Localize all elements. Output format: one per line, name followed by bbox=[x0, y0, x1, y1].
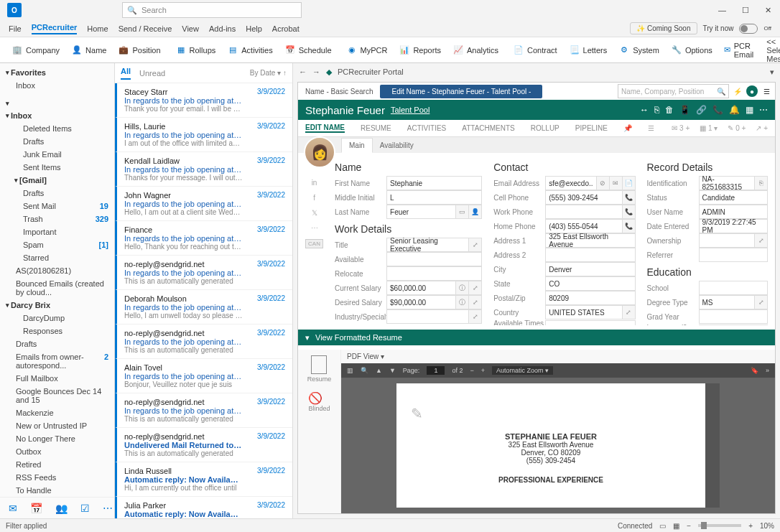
resume-side-resume[interactable]: Resume bbox=[307, 355, 332, 383]
expand-icon[interactable]: ⤢ bbox=[469, 281, 482, 295]
action-icon[interactable]: ↗ + bbox=[756, 124, 768, 132]
gmail-header[interactable]: ▾[Gmail] bbox=[1, 174, 113, 187]
count-2[interactable]: ▦ 1 ▾ bbox=[700, 124, 718, 132]
facebook-icon[interactable]: f bbox=[313, 194, 315, 202]
tasks-icon[interactable]: ☑ bbox=[80, 503, 90, 514]
resume-bar[interactable]: ▾View Formatted Resume bbox=[298, 330, 775, 345]
zoom-in[interactable]: + bbox=[748, 522, 753, 530]
addr1-input[interactable]: 325 East Ellsworth Avenue bbox=[545, 233, 635, 248]
expand-icon[interactable]: ⤢ bbox=[469, 238, 482, 252]
ribbon-activities[interactable]: ▤Activities bbox=[221, 37, 278, 62]
zoom-out[interactable]: − bbox=[687, 522, 691, 530]
phone-icon[interactable]: 📞 bbox=[623, 205, 636, 219]
last-name-input[interactable]: Feuer bbox=[386, 205, 456, 219]
grad-year-input[interactable] bbox=[699, 309, 769, 324]
zoom-out-icon[interactable]: − bbox=[470, 367, 473, 374]
delete-icon[interactable]: 🗑 bbox=[665, 105, 674, 115]
language-input[interactable] bbox=[699, 325, 769, 325]
tab-resume[interactable]: RESUME bbox=[361, 124, 391, 132]
ribbon-mypcr[interactable]: ◉MyPCR bbox=[340, 37, 394, 62]
ribbon-name[interactable]: 👤Name bbox=[65, 37, 112, 62]
menu-file[interactable]: File bbox=[9, 24, 22, 33]
nav-item[interactable]: Drafts bbox=[1, 187, 113, 200]
nav-item[interactable]: Emails from owner-autorespond...2 bbox=[1, 350, 113, 372]
tab-attachments[interactable]: ATTACHMENTS bbox=[462, 124, 515, 132]
nav-item[interactable]: Google Bounces Dec 14 and 15 bbox=[1, 385, 113, 406]
collapse-chevron[interactable]: ▾ bbox=[1, 98, 113, 109]
pdf-bookmark-icon[interactable]: 🔖 bbox=[751, 367, 758, 374]
nav-item[interactable]: Retired bbox=[1, 458, 113, 471]
nav-responses[interactable]: Responses bbox=[1, 325, 113, 337]
message-item[interactable]: 3/9/2022 John Wagner In regards to the j… bbox=[115, 187, 292, 221]
ribbon-position[interactable]: 💼Position bbox=[112, 37, 166, 62]
menu-home[interactable]: Home bbox=[87, 24, 108, 33]
count-1[interactable]: ✉ 3 + bbox=[672, 124, 690, 132]
ribbon-company[interactable]: 🏢Company bbox=[6, 37, 65, 62]
pdf-sidebar-icon[interactable]: ▥ bbox=[347, 367, 353, 374]
ribbon-rollups[interactable]: ▦Rollups bbox=[170, 37, 222, 62]
pcr-menu-icon[interactable]: ☰ bbox=[761, 85, 772, 97]
ban-icon[interactable]: ⊘ bbox=[597, 176, 610, 190]
menu-addins[interactable]: Add-ins bbox=[209, 24, 236, 33]
page-current[interactable]: 1 bbox=[427, 366, 445, 375]
nav-deleted[interactable]: Deleted Items bbox=[1, 122, 113, 135]
tab-edit-name[interactable]: EDIT NAME bbox=[305, 123, 345, 133]
avatar-icon[interactable]: ● bbox=[746, 85, 758, 97]
ribbon-reports[interactable]: 📊Reports bbox=[393, 37, 447, 62]
expand-icon[interactable]: ⤢ bbox=[469, 295, 482, 309]
ribbon-pcremail[interactable]: ✉PCR Email bbox=[718, 37, 764, 62]
tab-all[interactable]: All bbox=[121, 67, 131, 80]
expand-icon[interactable]: ⤢ bbox=[755, 295, 768, 309]
nav-darcydump[interactable]: DarcyDump bbox=[1, 312, 113, 325]
menu-acrobat[interactable]: Acrobat bbox=[272, 24, 300, 33]
ribbon-letters[interactable]: 📃Letters bbox=[563, 37, 613, 62]
middle-initial-input[interactable]: L bbox=[386, 190, 482, 205]
subtab-availability[interactable]: Availability bbox=[373, 139, 421, 152]
pdf-more-icon[interactable]: » bbox=[766, 367, 769, 374]
phone-icon[interactable]: 📞 bbox=[623, 190, 636, 205]
info-icon[interactable]: ⓘ bbox=[456, 281, 469, 295]
dropdown-icon[interactable]: ▾ bbox=[770, 67, 774, 77]
zoom-dropdown[interactable]: Automatic Zoom ▾ bbox=[492, 366, 553, 375]
city-input[interactable]: Denver bbox=[545, 262, 635, 276]
message-item[interactable]: 3/9/2022 Linda Russell Automatic reply: … bbox=[115, 462, 292, 497]
menu-help[interactable]: Help bbox=[246, 24, 262, 33]
nav-item[interactable]: Drafts bbox=[1, 337, 113, 350]
zip-input[interactable]: 80209 bbox=[545, 291, 635, 305]
calendar-icon[interactable]: 📅 bbox=[30, 503, 42, 514]
message-item[interactable]: 3/9/2022 Stacey Starr In regards to the … bbox=[115, 83, 292, 118]
nav-item[interactable]: RSS Feeds bbox=[1, 471, 113, 484]
copy-icon[interactable]: ⎘ bbox=[654, 105, 659, 115]
nav-item[interactable]: To Handle bbox=[1, 484, 113, 497]
nav-item[interactable]: Starred bbox=[1, 251, 113, 264]
avail-times-input[interactable] bbox=[545, 320, 635, 325]
menu-send-receive[interactable]: Send / Receive bbox=[119, 24, 172, 33]
linkedin-icon[interactable]: in bbox=[312, 179, 317, 187]
mail-icon[interactable]: ✉ bbox=[610, 176, 623, 190]
username-input[interactable]: ADMIN bbox=[699, 205, 769, 219]
nav-item[interactable]: Trash329 bbox=[1, 213, 113, 225]
expand-icon[interactable]: ⤢ bbox=[469, 309, 482, 324]
expand-icon[interactable]: ⤢ bbox=[623, 305, 636, 319]
home-phone-input[interactable]: (403) 555-0544 bbox=[545, 219, 622, 233]
current-salary-input[interactable]: $60,000.00 bbox=[386, 281, 456, 295]
nav-item[interactable]: Full Mailbox bbox=[1, 372, 113, 385]
country-input[interactable]: UNITED STATES bbox=[545, 305, 622, 319]
twitter-icon[interactable]: 𝕏 bbox=[312, 209, 317, 217]
resume-side-blinded[interactable]: 🚫Blinded bbox=[308, 391, 330, 412]
referrer-input[interactable] bbox=[699, 248, 769, 262]
expand-icon[interactable]: ↔ bbox=[640, 105, 649, 115]
tab-rollup[interactable]: ROLLUP bbox=[531, 124, 560, 132]
nav-item[interactable]: Important bbox=[1, 225, 113, 238]
expand-icon[interactable]: ⤢ bbox=[755, 233, 768, 248]
message-item[interactable]: 3/9/2022 no-reply@sendgrid.net In regard… bbox=[115, 393, 292, 428]
nav-item[interactable]: Spam[1] bbox=[1, 238, 113, 251]
available-input[interactable] bbox=[386, 252, 482, 266]
work-phone-input[interactable] bbox=[545, 205, 622, 219]
fav-inbox[interactable]: Inbox bbox=[1, 79, 113, 92]
message-item[interactable]: 3/9/2022 Alain Tovel In regards to the j… bbox=[115, 359, 292, 393]
date-entered-input[interactable]: 9/3/2019 2:27:45 PM bbox=[699, 219, 769, 233]
ribbon-options[interactable]: 🔧Options bbox=[665, 37, 718, 62]
close-button[interactable]: ✕ bbox=[765, 6, 771, 15]
talent-pool-link[interactable]: Talent Pool bbox=[391, 106, 430, 114]
